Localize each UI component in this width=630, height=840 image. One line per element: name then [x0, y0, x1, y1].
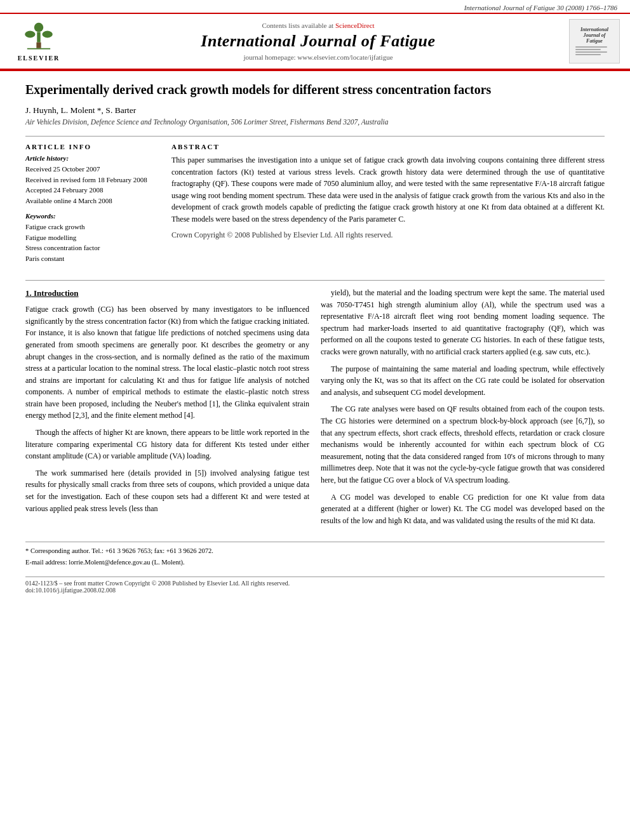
- journal-title: International Journal of Fatigue: [67, 32, 569, 51]
- paper-title: Experimentally derived crack growth mode…: [25, 81, 605, 98]
- svg-rect-5: [27, 48, 50, 49]
- divider-before-intro: [25, 280, 605, 281]
- left-column: 1. Introduction Fatigue crack growth (CG…: [25, 287, 309, 531]
- keyword-3: Stress concentration factor: [25, 243, 159, 253]
- thumb-decoration: [575, 45, 613, 57]
- svg-point-3: [42, 30, 52, 37]
- elsevier-brand-text: ELSEVIER: [18, 55, 60, 62]
- sciencedirect-link[interactable]: ScienceDirect: [335, 22, 375, 29]
- bottom-bar: 0142-1123/$ – see front matter Crown Cop…: [25, 577, 605, 594]
- abstract-column: ABSTRACT This paper summarises the inves…: [171, 143, 605, 270]
- journal-header: ELSEVIER Contents lists available at Sci…: [0, 13, 630, 69]
- footnote-area: * Corresponding author. Tel.: +61 3 9626…: [25, 542, 605, 568]
- intro-heading: 1. Introduction: [25, 287, 309, 300]
- right-para-2: The purpose of maintaining the same mate…: [321, 363, 605, 399]
- right-para-1: yield), but the material and the loading…: [321, 287, 605, 358]
- journal-center-info: Contents lists available at ScienceDirec…: [67, 22, 569, 61]
- divider-after-affiliation: [25, 136, 605, 137]
- accepted-date: Accepted 24 February 2008: [25, 185, 159, 196]
- issn-line: 0142-1123/$ – see front matter Crown Cop…: [25, 580, 605, 587]
- received-date: Received 25 October 2007: [25, 164, 159, 175]
- corresponding-author: * Corresponding author. Tel.: +61 3 9626…: [25, 546, 605, 556]
- copyright-line: Crown Copyright © 2008 Published by Else…: [171, 229, 605, 241]
- revised-date: Received in revised form 18 February 200…: [25, 175, 159, 185]
- elsevier-tree-icon: [20, 22, 58, 53]
- keyword-2: Fatigue modelling: [25, 232, 159, 243]
- available-date: Available online 4 March 2008: [25, 196, 159, 206]
- keywords-label: Keywords:: [25, 212, 159, 220]
- email-address: E-mail address: lorrie.Molent@defence.go…: [25, 557, 605, 568]
- svg-point-0: [34, 22, 44, 32]
- article-history-label: Article history:: [25, 154, 159, 162]
- sciencedirect-label: Contents lists available at ScienceDirec…: [67, 22, 569, 29]
- intro-para-1: Fatigue crack growth (CG) has been obser…: [25, 303, 309, 422]
- right-column: yield), but the material and the loading…: [321, 287, 605, 531]
- article-info-column: ARTICLE INFO Article history: Received 2…: [25, 143, 159, 270]
- intro-para-2: Though the affects of higher Kt are know…: [25, 427, 309, 462]
- svg-rect-1: [37, 32, 40, 42]
- paper-affiliation: Air Vehicles Division, Defence Science a…: [25, 118, 605, 126]
- abstract-text: This paper summarises the investigation …: [171, 154, 605, 225]
- article-info-heading: ARTICLE INFO: [25, 143, 159, 150]
- doi-line: doi:10.1016/j.ijfatigue.2008.02.008: [25, 587, 605, 594]
- intro-para-3: The work summarised here (details provid…: [25, 467, 309, 514]
- keyword-4: Paris constant: [25, 253, 159, 264]
- article-history-section: Article history: Received 25 October 200…: [25, 154, 159, 206]
- journal-homepage: journal homepage: www.elsevier.com/locat…: [67, 53, 569, 61]
- keyword-1: Fatigue crack growth: [25, 222, 159, 232]
- svg-point-2: [25, 30, 35, 37]
- main-columns: 1. Introduction Fatigue crack growth (CG…: [25, 287, 605, 531]
- svg-rect-4: [36, 42, 41, 48]
- paper-authors: J. Huynh, L. Molent *, S. Barter: [25, 105, 605, 116]
- keywords-section: Keywords: Fatigue crack growth Fatigue m…: [25, 212, 159, 263]
- paper-body: Experimentally derived crack growth mode…: [0, 71, 630, 606]
- journal-reference: International Journal of Fatigue 30 (200…: [0, 0, 630, 13]
- article-meta-row: ARTICLE INFO Article history: Received 2…: [25, 143, 605, 270]
- right-para-4: A CG model was developed to enable CG pr…: [321, 491, 605, 527]
- right-para-3: The CG rate analyses were based on QF re…: [321, 403, 605, 486]
- elsevier-logo: ELSEVIER: [10, 22, 67, 62]
- journal-thumbnail: InternationalJournal ofFatigue: [569, 19, 620, 63]
- abstract-heading: ABSTRACT: [171, 143, 605, 150]
